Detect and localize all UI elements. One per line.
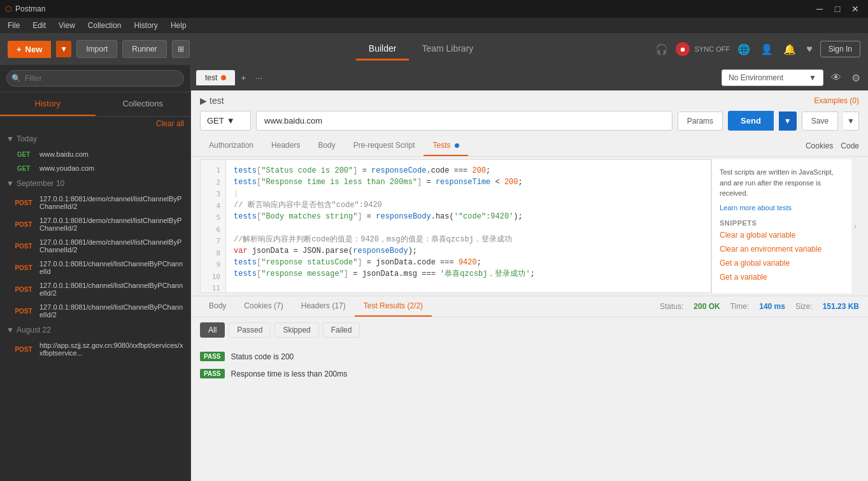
group-today-label: Today: [17, 134, 37, 143]
history-url: 127.0.0.1:8081/channel/listChannelByPCha…: [39, 282, 184, 297]
list-item[interactable]: POST 127.0.0.1:8081/demo/channel/listCha…: [0, 213, 190, 235]
snippet-get-var[interactable]: Get a variable: [720, 273, 844, 282]
params-button[interactable]: Params: [678, 111, 723, 131]
user-icon[interactable]: 👤: [758, 41, 776, 58]
new-button[interactable]: + New: [8, 41, 51, 58]
filter-input[interactable]: [6, 70, 184, 87]
line-num: 7: [201, 236, 225, 248]
collapse-button[interactable]: ›: [851, 159, 859, 293]
sidebar-tabs: History Collections: [0, 92, 190, 117]
method-badge: POST: [13, 264, 34, 271]
tab-history[interactable]: History: [0, 92, 96, 116]
minimize-button[interactable]: ─: [812, 1, 827, 17]
save-button[interactable]: Save: [802, 111, 838, 131]
tab-tests[interactable]: Tests: [423, 136, 467, 156]
save-dropdown-button[interactable]: ▼: [843, 111, 859, 131]
tab-builder[interactable]: Builder: [356, 38, 409, 61]
env-selector[interactable]: No Environment ▼: [722, 69, 823, 86]
tab-body[interactable]: Body: [309, 136, 344, 156]
filter-skipped-button[interactable]: Skipped: [274, 322, 318, 338]
filter-failed-button[interactable]: Failed: [323, 322, 360, 338]
snippet-clear-global[interactable]: Clear a global variable: [720, 231, 844, 240]
app-icon: ⬡: [5, 4, 11, 13]
sidebar-right-description: Test scripts are written in JavaScript, …: [720, 167, 844, 199]
group-today[interactable]: ▼ Today: [0, 131, 190, 147]
headphones-icon[interactable]: 🎧: [653, 41, 671, 58]
code-content[interactable]: tests["Status code is 200"] = responseCo…: [226, 160, 711, 292]
menu-file[interactable]: File: [5, 20, 22, 31]
history-url: www.baidu.com: [39, 150, 89, 158]
new-tab-button[interactable]: +: [238, 71, 249, 84]
examples-button[interactable]: Examples (0): [814, 96, 859, 105]
menu-collection[interactable]: Collection: [85, 20, 124, 31]
globe-icon[interactable]: 🌐: [735, 41, 753, 58]
breadcrumb: ▶ test: [200, 96, 224, 106]
tab-pre-request[interactable]: Pre-request Script: [345, 136, 424, 156]
method-badge: POST: [13, 346, 34, 353]
sync-icon[interactable]: ⏺: [676, 42, 690, 56]
menu-edit[interactable]: Edit: [30, 20, 48, 31]
line-num: 11: [201, 283, 225, 293]
list-item[interactable]: POST 127.0.0.1:8081/channel/listChannelB…: [0, 300, 190, 322]
code-link[interactable]: Code: [841, 141, 859, 150]
list-item[interactable]: POST 127.0.0.1:8081/channel/listChannelB…: [0, 278, 190, 300]
menu-view[interactable]: View: [56, 20, 78, 31]
eye-icon[interactable]: 👁: [829, 69, 844, 86]
pass-badge: PASS: [200, 369, 225, 378]
request-tab-bar: test + ··· No Environment ▼ 👁 ⚙: [191, 65, 868, 90]
sign-in-button[interactable]: Sign In: [820, 41, 860, 57]
request-tab-test[interactable]: test: [196, 70, 235, 85]
titlebar-left: ⬡ Postman: [5, 4, 45, 13]
pass-badge: PASS: [200, 352, 225, 361]
content-area: test + ··· No Environment ▼ 👁 ⚙: [191, 65, 868, 481]
filter-all-button[interactable]: All: [200, 322, 225, 338]
intercept-button[interactable]: ⊞: [172, 40, 190, 58]
list-item[interactable]: POST 127.0.0.1:8081/channel/listChannelB…: [0, 257, 190, 278]
bell-icon[interactable]: 🔔: [781, 41, 799, 58]
more-tabs-button[interactable]: ···: [252, 71, 266, 84]
tab-response-cookies[interactable]: Cookies (7): [235, 296, 292, 317]
learn-more-link[interactable]: Learn more about tests: [720, 204, 792, 212]
close-button[interactable]: ✕: [848, 1, 863, 17]
clear-all-button[interactable]: Clear all: [156, 119, 184, 128]
heart-icon[interactable]: ♥: [804, 41, 815, 57]
new-dropdown-button[interactable]: ▼: [56, 41, 71, 57]
menu-history[interactable]: History: [132, 20, 160, 31]
tab-authorization[interactable]: Authorization: [200, 136, 262, 156]
tab-test-results[interactable]: Test Results (2/2): [355, 296, 432, 317]
tab-collections[interactable]: Collections: [96, 92, 191, 116]
titlebar: ⬡ Postman ─ □ ✕: [0, 0, 868, 18]
cookies-link[interactable]: Cookies: [806, 141, 833, 150]
url-bar: GET ▼ Params Send ▼ Save ▼: [191, 111, 868, 136]
import-button[interactable]: Import: [76, 40, 117, 58]
chevron-down-icon: ▼: [6, 179, 14, 188]
method-selector[interactable]: GET ▼: [200, 111, 251, 131]
history-url: 127.0.0.1:8081/demo/channel/listChannelB…: [39, 195, 184, 210]
url-input[interactable]: [256, 111, 672, 131]
list-item[interactable]: POST 127.0.0.1:8081/demo/channel/listCha…: [0, 192, 190, 213]
menu-help[interactable]: Help: [168, 20, 189, 31]
snippet-get-global[interactable]: Get a global variable: [720, 259, 844, 268]
chevron-down-icon: ▼: [6, 134, 14, 143]
tab-response-headers[interactable]: Headers (17): [292, 296, 355, 317]
request-area: ▶ test Examples (0) GET ▼ Params Send ▼ …: [191, 90, 868, 481]
code-sidebar: Test scripts are written in JavaScript, …: [711, 159, 851, 293]
request-name-bar: ▶ test Examples (0): [191, 90, 868, 111]
group-aug22[interactable]: ▼ August 22: [0, 322, 190, 338]
list-item[interactable]: POST http://app.szjj.sz.gov.cn:9080/xxfb…: [0, 338, 190, 360]
filter-passed-button[interactable]: Passed: [229, 322, 271, 338]
list-item[interactable]: GET www.baidu.com: [0, 147, 190, 161]
list-item[interactable]: POST 127.0.0.1:8081/demo/channel/listCha…: [0, 235, 190, 257]
snippet-clear-env[interactable]: Clear an environment variable: [720, 245, 844, 254]
tab-response-body[interactable]: Body: [200, 296, 235, 317]
tab-team-library[interactable]: Team Library: [409, 38, 486, 61]
send-button[interactable]: Send: [728, 111, 774, 131]
settings-icon[interactable]: ⚙: [849, 69, 863, 87]
maximize-button[interactable]: □: [830, 1, 845, 17]
runner-button[interactable]: Runner: [122, 40, 166, 58]
response-tabs: Body Cookies (7) Headers (17) Test Resul…: [191, 296, 868, 317]
group-sep10[interactable]: ▼ September 10: [0, 175, 190, 192]
send-dropdown-button[interactable]: ▼: [779, 111, 797, 131]
list-item[interactable]: GET www.youdao.com: [0, 161, 190, 175]
tab-headers[interactable]: Headers: [262, 136, 309, 156]
